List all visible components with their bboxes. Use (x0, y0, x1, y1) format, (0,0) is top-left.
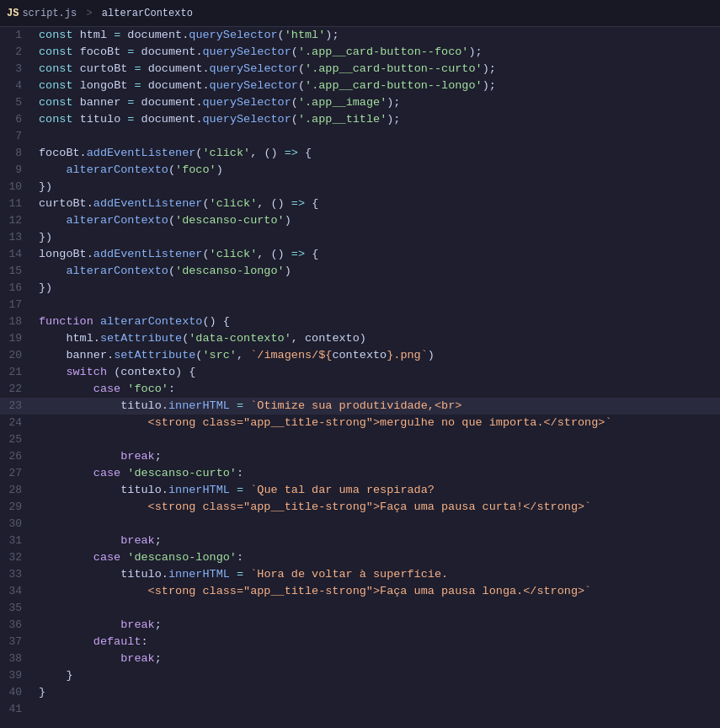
line-38: 38 break; (0, 650, 720, 667)
line-number-22: 22 (0, 381, 35, 398)
line-number-21: 21 (0, 364, 35, 381)
line-33: 33 titulo.innerHTML = `Hora de voltar à … (0, 566, 720, 583)
line-number-9: 9 (0, 162, 35, 179)
line-23: 23 titulo.innerHTML = `Otimize sua produ… (0, 398, 720, 415)
tab-bar: JS script.js > alterarContexto (0, 0, 720, 27)
line-22: 22 case 'foco': (0, 381, 720, 398)
line-number-24: 24 (0, 415, 35, 431)
line-24: 24 <strong class="app__title-strong">mer… (0, 415, 720, 431)
line-10: 10 }) (0, 179, 720, 195)
line-27: 27 case 'descanso-curto': (0, 465, 720, 482)
line-number-17: 17 (0, 297, 35, 313)
line-number-25: 25 (0, 431, 35, 448)
line-content-34: <strong class="app__title-strong">Faça u… (35, 583, 720, 600)
breadcrumb-sep: > (86, 8, 98, 19)
line-content-25 (35, 431, 720, 448)
line-content-8: focoBt.addEventListener('click', () => { (35, 145, 720, 162)
js-icon: JS (7, 8, 19, 19)
line-content-5: const banner = document.querySelector('.… (35, 94, 720, 111)
line-36: 36 break; (0, 617, 720, 634)
line-content-22: case 'foco': (35, 381, 720, 398)
code-editor: 1 const html = document.querySelector('h… (0, 27, 720, 718)
line-content-27: case 'descanso-curto': (35, 465, 720, 482)
line-number-3: 3 (0, 61, 35, 78)
line-31: 31 break; (0, 533, 720, 549)
line-4: 4 const longoBt = document.querySelector… (0, 78, 720, 94)
line-content-9: alterarContexto('foco') (35, 162, 720, 179)
line-number-14: 14 (0, 246, 35, 263)
line-content-30 (35, 516, 720, 533)
line-content-16: }) (35, 280, 720, 297)
breadcrumb: script.js > alterarContexto (22, 8, 192, 19)
line-number-29: 29 (0, 499, 35, 516)
line-number-10: 10 (0, 179, 35, 195)
line-number-35: 35 (0, 600, 35, 617)
line-1: 1 const html = document.querySelector('h… (0, 27, 720, 44)
line-34: 34 <strong class="app__title-strong">Faç… (0, 583, 720, 600)
line-number-1: 1 (0, 27, 35, 44)
line-3: 3 const curtoBt = document.querySelector… (0, 61, 720, 78)
line-content-36: break; (35, 617, 720, 634)
line-number-15: 15 (0, 263, 35, 280)
line-18: 18 function alterarContexto() { (0, 313, 720, 330)
line-number-28: 28 (0, 482, 35, 499)
line-content-12: alterarContexto('descanso-curto') (35, 212, 720, 229)
line-content-14: longoBt.addEventListener('click', () => … (35, 246, 720, 263)
line-number-33: 33 (0, 566, 35, 583)
line-19: 19 html.setAttribute('data-contexto', co… (0, 330, 720, 347)
line-content-41 (35, 701, 720, 718)
line-40: 40 } (0, 684, 720, 701)
line-29: 29 <strong class="app__title-strong">Faç… (0, 499, 720, 516)
breadcrumb-item: alterarContexto (102, 8, 193, 19)
line-content-38: break; (35, 650, 720, 667)
line-17: 17 (0, 297, 720, 313)
line-content-6: const titulo = document.querySelector('.… (35, 111, 720, 128)
line-number-38: 38 (0, 650, 35, 667)
line-content-17 (35, 297, 720, 313)
line-content-7 (35, 128, 720, 145)
line-content-4: const longoBt = document.querySelector('… (35, 78, 720, 94)
line-number-39: 39 (0, 667, 35, 684)
line-15: 15 alterarContexto('descanso-longo') (0, 263, 720, 280)
line-number-7: 7 (0, 128, 35, 145)
line-number-32: 32 (0, 549, 35, 566)
line-number-4: 4 (0, 78, 35, 94)
line-number-41: 41 (0, 701, 35, 718)
line-content-28: titulo.innerHTML = `Que tal dar uma resp… (35, 482, 720, 499)
line-content-26: break; (35, 448, 720, 465)
line-content-40: } (35, 684, 720, 701)
line-content-31: break; (35, 533, 720, 549)
line-number-13: 13 (0, 229, 35, 246)
line-9: 9 alterarContexto('foco') (0, 162, 720, 179)
line-32: 32 case 'descanso-longo': (0, 549, 720, 566)
line-content-21: switch (contexto) { (35, 364, 720, 381)
line-content-10: }) (35, 179, 720, 195)
line-content-23: titulo.innerHTML = `Otimize sua produtiv… (35, 398, 720, 415)
line-number-30: 30 (0, 516, 35, 533)
line-content-24: <strong class="app__title-strong">mergul… (35, 415, 720, 431)
line-41: 41 (0, 701, 720, 718)
line-30: 30 (0, 516, 720, 533)
line-number-2: 2 (0, 44, 35, 61)
line-content-18: function alterarContexto() { (35, 313, 720, 330)
line-35: 35 (0, 600, 720, 617)
line-number-19: 19 (0, 330, 35, 347)
line-28: 28 titulo.innerHTML = `Que tal dar uma r… (0, 482, 720, 499)
line-37: 37 default: (0, 634, 720, 650)
line-20: 20 banner.setAttribute('src', `/imagens/… (0, 347, 720, 364)
line-14: 14 longoBt.addEventListener('click', () … (0, 246, 720, 263)
line-number-27: 27 (0, 465, 35, 482)
line-number-26: 26 (0, 448, 35, 465)
line-number-6: 6 (0, 111, 35, 128)
line-7: 7 (0, 128, 720, 145)
line-content-35 (35, 600, 720, 617)
line-content-39: } (35, 667, 720, 684)
breadcrumb-file[interactable]: script.js (22, 8, 77, 19)
line-content-37: default: (35, 634, 720, 650)
line-16: 16 }) (0, 280, 720, 297)
line-number-40: 40 (0, 684, 35, 701)
line-number-23: 23 (0, 398, 35, 415)
line-11: 11 curtoBt.addEventListener('click', () … (0, 195, 720, 212)
line-39: 39 } (0, 667, 720, 684)
line-number-34: 34 (0, 583, 35, 600)
